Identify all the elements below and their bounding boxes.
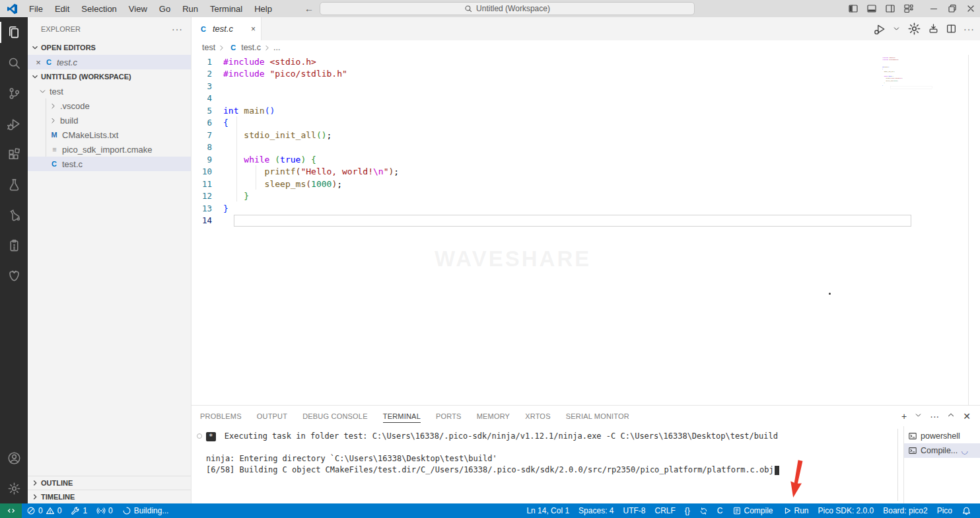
tab-test-c[interactable]: C test.c ×: [192, 17, 262, 40]
menu-selection[interactable]: Selection: [75, 0, 122, 17]
code-line-6[interactable]: 6{: [192, 117, 980, 130]
status-cmake-sync[interactable]: [695, 503, 713, 518]
outline-section[interactable]: OUTLINE: [28, 476, 191, 490]
new-terminal-icon[interactable]: +: [901, 411, 907, 422]
code-line-13[interactable]: 13}: [192, 202, 980, 215]
code-line-9[interactable]: 9 while (true) {: [192, 153, 980, 166]
code-line-14[interactable]: [882, 87, 938, 89]
code-line-14[interactable]: 14: [192, 215, 980, 227]
status-pico[interactable]: Pico: [932, 503, 957, 518]
activity-raspberry-pi-pico[interactable]: [0, 260, 28, 291]
activity-explorer[interactable]: [0, 17, 28, 48]
activity-extensions[interactable]: [0, 139, 28, 169]
remote-indicator[interactable]: [0, 503, 22, 518]
status-eol[interactable]: CRLF: [650, 503, 680, 518]
status-problems[interactable]: 00: [22, 503, 66, 518]
split-editor-icon[interactable]: [946, 23, 957, 34]
code-line-11[interactable]: 11 sleep_ms(1000);: [192, 178, 980, 190]
code-line-4[interactable]: 4: [192, 92, 980, 105]
restore-icon[interactable]: [943, 0, 962, 17]
status-language-mode[interactable]: C: [713, 503, 728, 518]
status-notifications[interactable]: [957, 503, 976, 518]
workspace-header[interactable]: UNTITLED (WORKSPACE): [28, 69, 191, 84]
code-line-5[interactable]: 5int main(): [192, 104, 980, 117]
status-compile[interactable]: Compile: [728, 503, 778, 518]
menu-file[interactable]: File: [23, 0, 49, 17]
back-icon[interactable]: ←: [304, 3, 314, 14]
tree-item-test-c[interactable]: Ctest.c: [28, 157, 191, 171]
more-actions-icon[interactable]: ···: [963, 24, 975, 34]
activity-source-control[interactable]: [0, 78, 28, 108]
panel-tab-memory[interactable]: MEMORY: [477, 406, 510, 426]
panel-tab-debug-console[interactable]: DEBUG CONSOLE: [302, 406, 368, 426]
code-line-8[interactable]: 8: [192, 141, 980, 154]
menu-go[interactable]: Go: [153, 0, 176, 17]
terminal-instance-compile-[interactable]: Compile...◡: [904, 443, 980, 458]
layout-panel-icon[interactable]: [862, 0, 881, 17]
status-run[interactable]: Run: [778, 503, 814, 518]
menu-view[interactable]: View: [123, 0, 153, 17]
customize-layout-icon[interactable]: [899, 0, 918, 17]
open-editor-item[interactable]: × C test.c: [28, 55, 191, 69]
status-building[interactable]: Building...: [118, 503, 174, 518]
tree-item-cmakelists-txt[interactable]: MCMakeLists.txt: [28, 128, 191, 142]
tree-item--vscode[interactable]: .vscode: [28, 98, 191, 113]
breadcrumb-item[interactable]: Ctest.c: [228, 43, 261, 52]
activity-settings[interactable]: [0, 473, 28, 503]
menu-terminal[interactable]: Terminal: [204, 0, 248, 17]
breadcrumb-item[interactable]: test: [202, 43, 215, 52]
code-line-10[interactable]: 10 printf("Hello, world!\n");: [192, 166, 980, 178]
panel-tab-problems[interactable]: PROBLEMS: [200, 406, 242, 426]
terminal-launch-profile-icon[interactable]: [914, 411, 923, 422]
gear-icon[interactable]: [907, 22, 921, 36]
close-editor-icon[interactable]: ×: [33, 57, 44, 67]
panel-tab-output[interactable]: OUTPUT: [257, 406, 287, 426]
code-editor[interactable]: 1#include <stdio.h>2#include "pico/stdli…: [192, 55, 980, 405]
command-center-search[interactable]: Untitled (Workspace): [320, 2, 695, 15]
close-panel-icon[interactable]: ✕: [963, 411, 971, 422]
tree-item-test[interactable]: test: [28, 84, 191, 98]
flash-device-icon[interactable]: [928, 23, 939, 34]
terminal-output[interactable]: * Executing task in folder test: C:\User…: [192, 426, 903, 503]
maximize-panel-icon[interactable]: [946, 410, 956, 422]
status-board[interactable]: Board: pico2: [878, 503, 932, 518]
layout-sidebar-icon[interactable]: [844, 0, 862, 17]
panel-tab-xrtos[interactable]: XRTOS: [525, 406, 551, 426]
panel-tab-serial-monitor[interactable]: SERIAL MONITOR: [566, 406, 629, 426]
activity-cmake-tools[interactable]: [0, 200, 28, 230]
minimize-icon[interactable]: [925, 0, 943, 17]
explorer-more-actions[interactable]: ···: [172, 24, 183, 34]
status-braces[interactable]: {}: [680, 503, 695, 518]
status-tools[interactable]: 1: [66, 503, 92, 518]
terminal-instance-powershell[interactable]: powershell: [904, 429, 980, 443]
run-or-debug-icon[interactable]: [874, 23, 886, 35]
status-indentation[interactable]: Spaces: 4: [574, 503, 618, 518]
tree-item-build[interactable]: build: [28, 113, 191, 128]
code-line-3[interactable]: 3: [192, 80, 980, 92]
tree-item-pico-sdk-import-cmake[interactable]: ≡pico_sdk_import.cmake: [28, 142, 191, 157]
activity-accounts[interactable]: [0, 443, 28, 473]
activity-testing[interactable]: [0, 169, 28, 200]
chevron-down-icon[interactable]: [892, 24, 901, 33]
menu-edit[interactable]: Edit: [49, 0, 75, 17]
more-actions-icon[interactable]: ···: [930, 411, 939, 422]
breadcrumb-item[interactable]: ...: [273, 43, 280, 52]
activity-search[interactable]: [0, 48, 28, 78]
status-cursor-position[interactable]: Ln 14, Col 1: [522, 503, 574, 518]
status-ports-count[interactable]: 0: [92, 503, 118, 518]
status-encoding[interactable]: UTF-8: [618, 503, 650, 518]
status-pico-sdk[interactable]: Pico SDK: 2.0.0: [814, 503, 879, 518]
code-line-12[interactable]: 12 }: [192, 190, 980, 203]
menu-help[interactable]: Help: [248, 0, 278, 17]
terminal-scrollbar[interactable]: [897, 429, 898, 501]
timeline-section[interactable]: TIMELINE: [28, 490, 191, 503]
activity-run-and-debug[interactable]: [0, 108, 28, 139]
editor-scrollbar[interactable]: [968, 55, 969, 405]
minimap[interactable]: #include <stdio.h>#include "pico/stdlib.…: [882, 56, 938, 135]
panel-tab-ports[interactable]: PORTS: [436, 406, 462, 426]
code-line-1[interactable]: 1#include <stdio.h>: [192, 56, 980, 68]
activity-serial-monitor[interactable]: [0, 230, 28, 260]
close-tab-icon[interactable]: ×: [251, 24, 256, 34]
panel-tab-terminal[interactable]: TERMINAL: [383, 406, 421, 426]
code-line-2[interactable]: 2#include "pico/stdlib.h": [192, 68, 980, 81]
